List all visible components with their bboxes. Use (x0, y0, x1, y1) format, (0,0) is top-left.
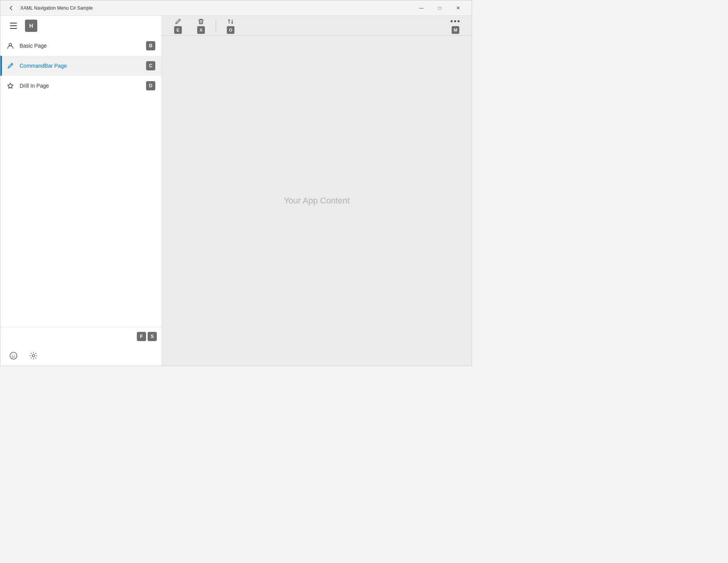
sidebar-item-basic-page[interactable]: Basic Page B (0, 36, 161, 56)
user-badge[interactable]: H (25, 20, 37, 32)
sidebar: H Basic Page B CommandBar Page C (0, 16, 162, 366)
drillin-page-badge: D (146, 81, 155, 90)
footer-icon-row (0, 346, 161, 366)
footer-badge-f: F (137, 332, 146, 341)
commandbar-page-label: CommandBar Page (20, 63, 141, 69)
sidebar-item-commandbar-page[interactable]: CommandBar Page C (0, 56, 161, 76)
overflow-command-badge: M (452, 26, 459, 34)
smiley-button[interactable] (7, 349, 20, 363)
svg-point-4 (32, 355, 35, 357)
content-main: Your App Content (162, 36, 472, 366)
svg-point-3 (14, 355, 15, 356)
sidebar-item-drillin-page[interactable]: Drill In Page D (0, 76, 161, 96)
delete-command-icon (198, 18, 204, 25)
minimize-button[interactable]: — (412, 2, 430, 14)
settings-button[interactable] (27, 349, 40, 363)
window-controls: — □ ✕ (412, 2, 467, 14)
footer-badge-s: S (148, 332, 157, 341)
hamburger-button[interactable] (7, 19, 20, 33)
back-button[interactable] (5, 2, 17, 14)
person-icon (7, 42, 14, 50)
hamburger-line-1 (10, 23, 17, 23)
sort-command-button[interactable]: O (221, 16, 241, 36)
basic-page-label: Basic Page (20, 43, 141, 49)
basic-page-badge: B (146, 41, 155, 50)
command-bar: E X O (162, 16, 472, 36)
close-button[interactable]: ✕ (449, 2, 467, 14)
sort-command-icon (227, 18, 234, 25)
app-title: XAML Navigation Menu C# Sample (20, 5, 412, 11)
edit-command-button[interactable]: E (168, 16, 188, 36)
sort-command-badge: O (227, 26, 234, 34)
hamburger-line-2 (10, 25, 17, 26)
commandbar-page-badge: C (146, 61, 155, 70)
svg-point-1 (10, 352, 17, 359)
drillin-page-label: Drill In Page (20, 83, 141, 89)
footer-badge-row: F S (0, 327, 161, 346)
titlebar: XAML Navigation Menu C# Sample — □ ✕ (0, 0, 472, 16)
sidebar-footer: F S (0, 327, 161, 366)
app-container: H Basic Page B CommandBar Page C (0, 16, 472, 366)
edit-icon (7, 62, 14, 70)
edit-command-badge: E (174, 26, 182, 34)
content-placeholder: Your App Content (284, 196, 350, 206)
svg-point-2 (12, 355, 13, 356)
delete-command-badge: X (197, 26, 205, 34)
edit-command-icon (175, 18, 181, 25)
overflow-command-button[interactable]: ••• M (445, 16, 465, 36)
maximize-button[interactable]: □ (431, 2, 449, 14)
content-area: E X O (162, 16, 472, 366)
hamburger-line-3 (10, 28, 17, 29)
command-bar-divider (216, 20, 216, 32)
overflow-command-icon: ••• (450, 18, 460, 25)
star-icon (7, 82, 14, 90)
delete-command-button[interactable]: X (191, 16, 211, 36)
sidebar-header: H (0, 16, 161, 36)
